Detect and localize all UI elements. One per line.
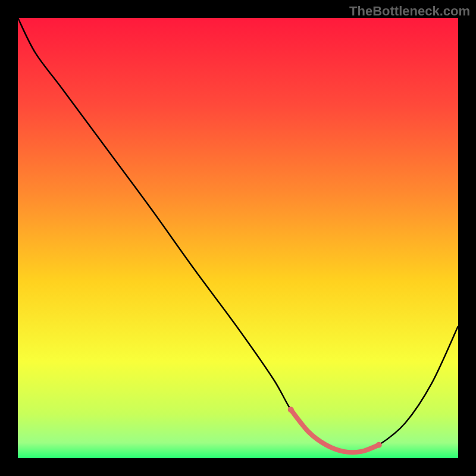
gradient-background — [18, 18, 458, 458]
highlight-start-dot — [288, 407, 294, 413]
watermark-label: TheBottleneck.com — [349, 4, 470, 19]
chart-frame: TheBottleneck.com — [0, 0, 476, 476]
plot-area — [18, 18, 458, 458]
bottleneck-chart — [18, 18, 458, 458]
highlight-end-dot — [376, 442, 382, 448]
